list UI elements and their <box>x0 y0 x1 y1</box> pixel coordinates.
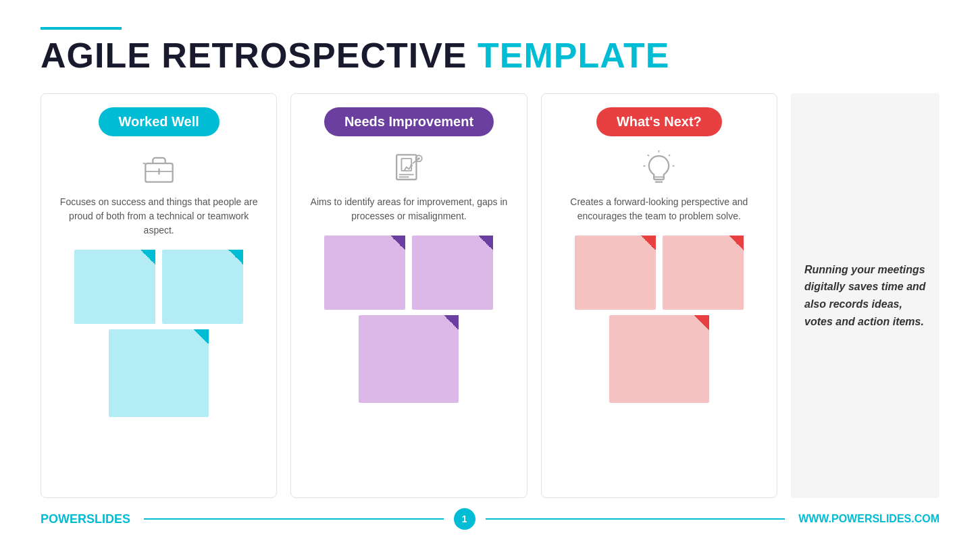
notes-row-top <box>324 236 493 310</box>
needs-improvement-notes <box>305 236 513 484</box>
note-teal-3 <box>109 329 209 417</box>
note-pink-1 <box>575 236 656 310</box>
title-highlight: TEMPLATE <box>478 36 669 75</box>
brand-logo: POWERSLIDES <box>41 512 130 526</box>
lightbulb-icon <box>640 150 677 187</box>
notes-row-top <box>575 236 744 310</box>
chart-icon <box>390 150 428 187</box>
note-purple-3 <box>359 315 459 403</box>
sidebar-text-box: Running your meetings digitally saves ti… <box>791 93 939 498</box>
notes-row-bottom <box>609 315 709 403</box>
notes-row-bottom <box>359 315 459 403</box>
page-title: AGILE RETROSPECTIVE TEMPLATE <box>41 38 939 73</box>
brand-black: POWER <box>41 512 86 526</box>
note-purple-2 <box>412 236 493 310</box>
header: AGILE RETROSPECTIVE TEMPLATE <box>41 27 939 73</box>
sidebar-description: Running your meetings digitally saves ti… <box>804 261 926 330</box>
note-pink-3 <box>609 315 709 403</box>
main-content: Worked Well Focuses on success and thing… <box>41 93 939 498</box>
note-purple-1 <box>324 236 405 310</box>
whats-next-description: Creates a forward-looking perspective an… <box>555 195 763 223</box>
worked-well-description: Focuses on success and things that peopl… <box>55 195 263 238</box>
worked-well-notes <box>55 250 263 484</box>
svg-point-6 <box>410 164 413 167</box>
whats-next-notes <box>555 236 763 484</box>
footer-line-right <box>486 518 785 520</box>
svg-line-17 <box>648 155 649 156</box>
footer-line-container: 1 <box>144 508 785 530</box>
title-black: AGILE RETROSPECTIVE <box>41 36 467 75</box>
column-whats-next: What's Next? Creates a forward-looking p… <box>541 93 777 498</box>
notes-row-top <box>74 250 243 324</box>
needs-improvement-description: Aims to identify areas for improvement, … <box>305 195 513 223</box>
footer: POWERSLIDES 1 WWW.POWERSLIDES.COM <box>41 498 939 530</box>
briefcase-icon <box>140 150 178 187</box>
note-pink-2 <box>663 236 744 310</box>
footer-page-number: 1 <box>454 508 475 530</box>
brand-highlight: SLIDES <box>86 512 130 526</box>
notes-row-bottom <box>109 329 209 417</box>
header-accent-line <box>41 27 122 30</box>
svg-line-15 <box>669 155 670 156</box>
badge-whats-next: What's Next? <box>596 107 722 136</box>
column-needs-improvement: Needs Improvement Aims to identify areas… <box>290 93 527 498</box>
footer-line-left <box>144 518 444 520</box>
page: AGILE RETROSPECTIVE TEMPLATE Worked Well… <box>0 0 980 550</box>
note-teal-2 <box>162 250 243 324</box>
column-worked-well: Worked Well Focuses on success and thing… <box>41 93 277 498</box>
svg-rect-5 <box>401 159 411 171</box>
badge-worked-well: Worked Well <box>99 107 220 136</box>
footer-url: WWW.POWERSLIDES.COM <box>798 513 939 525</box>
badge-needs-improvement: Needs Improvement <box>324 107 494 136</box>
note-teal-1 <box>74 250 155 324</box>
